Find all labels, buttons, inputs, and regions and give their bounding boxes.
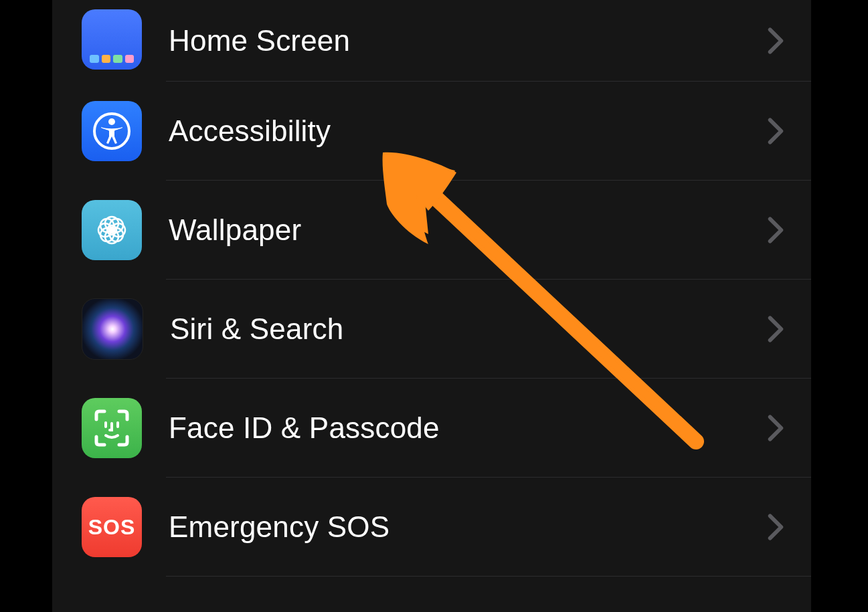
sos-icon: SOS [82, 497, 142, 557]
settings-row-label: Accessibility [169, 114, 767, 148]
chevron-right-icon [767, 27, 784, 54]
settings-list: Home Screen Accessibility [52, 0, 811, 577]
settings-row-label: Siri & Search [170, 312, 767, 346]
settings-row-label: Home Screen [169, 24, 767, 58]
settings-panel: Home Screen Accessibility [52, 0, 811, 612]
settings-row-label: Wallpaper [169, 213, 767, 247]
settings-row-wallpaper[interactable]: Wallpaper [52, 181, 811, 280]
sos-icon-text: SOS [88, 515, 136, 540]
chevron-right-icon [767, 118, 784, 144]
chevron-right-icon [767, 217, 784, 243]
chevron-right-icon [767, 415, 784, 441]
svg-point-1 [108, 118, 115, 125]
settings-row-accessibility[interactable]: Accessibility [52, 82, 811, 181]
settings-row-faceid-passcode[interactable]: Face ID & Passcode [52, 379, 811, 478]
settings-row-emergency-sos[interactable]: SOS Emergency SOS [52, 478, 811, 577]
settings-row-label: Face ID & Passcode [169, 411, 767, 445]
wallpaper-icon [82, 200, 142, 260]
siri-icon [82, 298, 143, 360]
settings-row-label: Emergency SOS [169, 510, 767, 544]
chevron-right-icon [767, 316, 784, 342]
accessibility-icon [82, 101, 142, 161]
settings-row-home-screen[interactable]: Home Screen [52, 0, 811, 82]
faceid-icon [82, 398, 142, 458]
home-screen-icon [82, 9, 142, 70]
chevron-right-icon [767, 514, 784, 540]
separator [166, 576, 811, 577]
settings-row-siri-search[interactable]: Siri & Search [52, 280, 811, 379]
